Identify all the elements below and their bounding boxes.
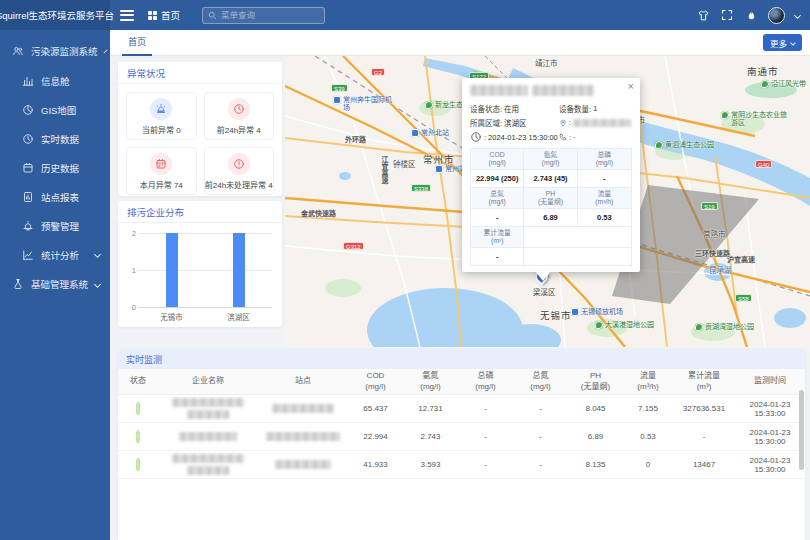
map-poi[interactable]: 贡湖湾湿地公园 xyxy=(695,323,754,331)
map-label: 靖江市 xyxy=(535,57,558,68)
user-menu-chevron-icon[interactable] xyxy=(794,11,801,18)
stat-card[interactable]: 当前异常 0 xyxy=(126,92,197,140)
map-label: 常州市 xyxy=(423,152,455,166)
alert-icon xyxy=(22,220,34,232)
sidebar-item-system[interactable]: 污染源监测系统 xyxy=(0,36,110,66)
sidebar-item-report[interactable]: 站点报表 xyxy=(0,182,110,211)
map-label: 江宜高速 xyxy=(379,156,389,184)
popup-metric-header: PH(无量纲) xyxy=(524,188,577,209)
realtime-monitor-panel: 实时监测 状态企业名称站点COD(mg/l)氨氮(mg/l)总磷(mg/l)总氮… xyxy=(118,349,805,540)
popup-metric-header: 流量(m³/h) xyxy=(578,188,631,209)
cell-time: 2024-01-23 15:30:00 xyxy=(735,428,805,446)
phone-icon xyxy=(559,133,567,141)
table-row[interactable]: 65.43712.731--8.0457.155327636.5312024-0… xyxy=(118,395,805,423)
stat-label: 前24h异常 4 xyxy=(217,124,261,135)
bar-chart: 012 无锡市滨湖区 xyxy=(118,223,282,325)
flame-icon[interactable] xyxy=(744,8,758,22)
scrollbar-thumb[interactable] xyxy=(799,390,804,470)
cell-ph: 8.045 xyxy=(568,404,623,413)
map-label: 无锡市 xyxy=(540,308,572,322)
column-header: 流量(m³/h) xyxy=(623,371,673,392)
cell-flow: 0 xyxy=(623,460,673,469)
road-shield: S39 xyxy=(331,84,348,92)
transport-poi-icon xyxy=(571,308,579,316)
sidebar-item-alert[interactable]: 预警管理 xyxy=(0,211,110,240)
system-icon xyxy=(12,45,24,57)
user-avatar[interactable] xyxy=(768,7,785,24)
company-name-redacted xyxy=(158,432,258,441)
sidebar-item-label: 实时数据 xyxy=(41,132,79,146)
column-header: 状态 xyxy=(118,376,158,386)
sidebar-item-label: 基础管理系统 xyxy=(31,277,88,291)
cell-total_flow: - xyxy=(673,432,735,441)
map-poi[interactable]: 常州北站 xyxy=(411,129,449,137)
stat-card[interactable]: 前24h未处理异常 4 xyxy=(204,147,275,195)
breadcrumb-label: 首页 xyxy=(161,8,180,22)
cell-nh3: 3.593 xyxy=(403,460,458,469)
chevron-down-icon xyxy=(94,251,101,258)
tab-home[interactable]: 首页 xyxy=(122,30,152,56)
bar[interactable] xyxy=(166,233,178,307)
road-shield: S58 xyxy=(735,294,752,302)
popup-metric-value: - xyxy=(471,248,524,266)
map-label: 昆承湖 xyxy=(709,264,732,275)
map-label: 金武快速路 xyxy=(301,208,336,218)
cell-total_flow: 13467 xyxy=(673,460,735,469)
clock-icon xyxy=(470,131,482,143)
cell-nh3: 2.743 xyxy=(403,432,458,441)
gis-map[interactable]: 靖江市南通市张家港市常州市钟楼区常熟市无锡市梁溪区昆承湖三环快速路金武快速路外环… xyxy=(285,56,810,347)
bar[interactable] xyxy=(233,233,245,307)
map-label: 常熟市 xyxy=(703,228,726,239)
map-poi[interactable]: 无锡硕放机场 xyxy=(571,308,623,316)
stat-card[interactable]: 前24h异常 4 xyxy=(204,92,275,140)
park-poi-icon xyxy=(595,321,603,329)
pin-icon xyxy=(559,119,567,127)
more-button[interactable]: 更多 xyxy=(763,34,802,51)
history-icon xyxy=(22,162,34,174)
enterprise-distribution-title: 排污企业分布 xyxy=(118,201,282,223)
popup-close-icon[interactable]: × xyxy=(628,81,634,92)
road-shield: G40 xyxy=(755,160,772,168)
map-poi[interactable]: 大溪港湿地公园 xyxy=(595,321,654,329)
status-indicator xyxy=(136,402,140,415)
map-label: 外环路 xyxy=(345,134,366,144)
stat-card[interactable]: 本月异常 74 xyxy=(126,147,197,195)
breadcrumb[interactable]: 首页 xyxy=(148,8,180,22)
popup-field: 设备状态:在用 xyxy=(470,103,559,114)
sidebar-item-stats[interactable]: 统计分析 xyxy=(0,240,110,269)
popup-metric-value: 6.89 xyxy=(524,209,577,227)
cell-tp: - xyxy=(458,460,513,469)
fullscreen-icon[interactable] xyxy=(720,8,734,22)
stat-label: 本月异常 74 xyxy=(140,179,183,190)
sidebar-item-infohub[interactable]: 信息舱 xyxy=(0,66,110,95)
topbar: Squirrel生态环境云服务平台 首页 xyxy=(0,0,810,30)
map-label: 梁溪区 xyxy=(533,286,556,297)
sidebar-item-realtime[interactable]: 实时数据 xyxy=(0,124,110,153)
popup-metric-header: 总氮(mg/l) xyxy=(471,188,524,209)
popup-metric-header: 总磷(mg/l) xyxy=(578,149,631,170)
station-name-redacted xyxy=(258,404,348,413)
siren-icon xyxy=(150,98,172,120)
search-input[interactable] xyxy=(221,10,319,20)
sidebar-item-settings[interactable]: 基础管理系统 xyxy=(0,269,110,299)
table-row[interactable]: 22.9942.743--6.890.53-2024-01-23 15:30:0… xyxy=(118,423,805,451)
map-poi[interactable]: 常阴沙生态农业旅游区 xyxy=(721,111,789,127)
cell-time: 2024-01-23 15:33:00 xyxy=(735,400,805,418)
tabbar: 首页 更多 xyxy=(110,30,810,56)
sidebar-item-label: 历史数据 xyxy=(41,161,79,175)
map-poi[interactable]: 沿江风光带 xyxy=(761,80,806,88)
theme-skin-icon[interactable] xyxy=(696,8,710,22)
cell-cod: 41.933 xyxy=(348,460,403,469)
search-icon xyxy=(208,11,217,20)
sidebar-item-history[interactable]: 历史数据 xyxy=(0,153,110,182)
abnormal-status-card: 异常状况 当前异常 0前24h异常 4本月异常 74前24h未处理异常 4 xyxy=(118,62,282,196)
empty-cell xyxy=(578,227,631,248)
table-row[interactable]: 41.9333.593--8.1350134672024-01-23 15:30… xyxy=(118,451,805,479)
sidebar-item-label: 信息舱 xyxy=(41,74,70,88)
sidebar-item-gis[interactable]: GIS地图 xyxy=(0,95,110,124)
menu-search[interactable] xyxy=(202,7,325,24)
map-poi[interactable]: 常州奔牛国际机场 xyxy=(333,96,395,112)
menu-collapse-icon[interactable] xyxy=(120,10,134,21)
map-poi[interactable]: 黄泗浦生态公园 xyxy=(655,141,714,149)
cell-flow: 0.53 xyxy=(623,432,673,441)
